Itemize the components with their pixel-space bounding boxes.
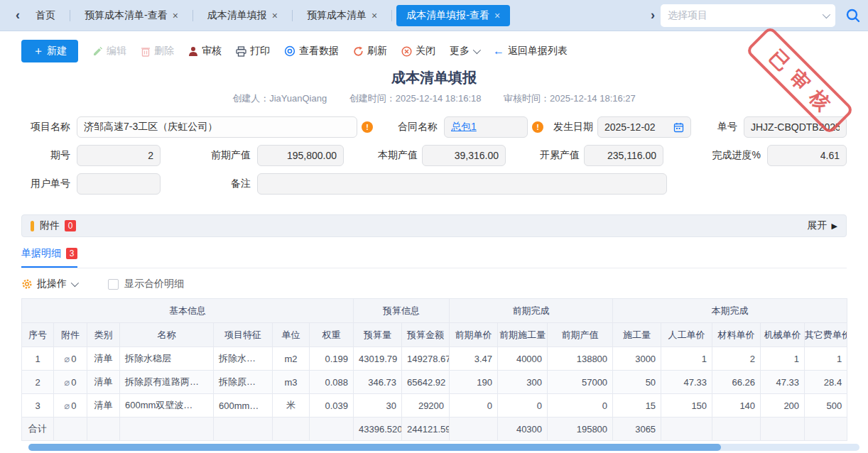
cell: 3065 [613, 417, 661, 441]
tab-close-icon[interactable]: × [371, 10, 377, 21]
project-select-placeholder: 选择项目 [668, 9, 707, 22]
toolbar: ＋新建 编辑 删除 审核 打印 查看数据 刷新 关闭 [21, 40, 847, 62]
cell: 138800 [548, 347, 613, 371]
table-row[interactable]: 1⌀0清单拆除水稳层拆除水…m20.19943019.79149278.673.… [22, 347, 847, 371]
show-total-detail-toggle[interactable]: 显示合价明细 [108, 278, 184, 290]
tab-detail[interactable]: 单据明细 3 [21, 247, 77, 268]
cell: 190 [450, 371, 498, 394]
edit-button[interactable]: 编辑 [92, 45, 126, 58]
doc-meta: 创建人：JiaYuanQiang 创建时间：2025-12-14 18:16:1… [0, 92, 868, 105]
attachment-panel[interactable]: 附件 0 展开 ▶ [21, 214, 847, 237]
horizontal-scrollbar[interactable] [28, 444, 859, 451]
cell: 300 [498, 371, 548, 394]
form-row-3: 用户单号 备注 [21, 173, 847, 195]
calendar-icon[interactable] [673, 122, 684, 133]
cell [120, 417, 214, 441]
contract-link[interactable]: 总包1 [451, 121, 477, 133]
cell [805, 417, 847, 441]
remark-input[interactable] [257, 173, 667, 195]
scrollbar-thumb[interactable] [28, 444, 721, 451]
tab-2[interactable]: 成本清单填报× [197, 5, 288, 26]
cell: 43019.79 [354, 347, 402, 371]
attachment-label: 附件 [40, 219, 60, 232]
doc-no-input[interactable]: JHJZ-CBQDTB2025 [744, 116, 847, 138]
cell: 140 [712, 394, 761, 417]
project-select[interactable]: 选择项目 [661, 4, 835, 27]
audit-button[interactable]: 审核 [188, 45, 222, 58]
tab-4[interactable]: 成本清单填报-查看× [396, 5, 510, 26]
table-row[interactable]: 3⌀0清单600mm双壁波…600mm…米0.03930292000001515… [22, 394, 847, 417]
batch-operation-button[interactable]: 批操作 [21, 278, 77, 290]
tab-close-icon[interactable]: × [272, 10, 278, 21]
cell: 65642.92 [402, 371, 450, 394]
tabs-scroll-left-icon[interactable]: ‹ [10, 8, 26, 23]
info-icon: ! [362, 121, 373, 133]
refresh-button[interactable]: 刷新 [353, 45, 387, 58]
prev-output-input[interactable]: 195,800.00 [257, 145, 344, 166]
cell: 149278.67 [402, 347, 450, 371]
tabs: 首页预算成本清单-查看×成本清单填报×预算成本清单×成本清单填报-查看× [26, 0, 510, 31]
batch-row: 批操作 显示合价明细 [21, 275, 847, 293]
expand-button[interactable]: 展开 ▶ [808, 219, 837, 232]
tabs-scroll-right-icon[interactable]: › [645, 8, 661, 23]
attachment-marker-icon [31, 221, 34, 231]
tab-separator [292, 10, 293, 21]
delete-button[interactable]: 删除 [141, 45, 174, 58]
accum-output-input[interactable]: 235,116.00 [584, 145, 663, 166]
cell: m3 [273, 371, 310, 394]
checkbox-icon[interactable] [108, 279, 119, 290]
field-label: 完成进度% [710, 149, 767, 162]
current-output-input[interactable]: 39,316.00 [422, 145, 506, 166]
print-button[interactable]: 打印 [236, 45, 270, 58]
cell: 30 [354, 394, 402, 417]
view-data-button[interactable]: 查看数据 [284, 45, 339, 58]
chevron-down-icon [823, 10, 830, 18]
field-doc-no: 单号 JHJZ-CBQDTB2025 [715, 116, 847, 138]
cell [273, 417, 310, 441]
detail-table-wrap: 基本信息预算信息前期完成本期完成序号附件类别名称项目特征单位权重预算量预算金额前… [21, 298, 847, 441]
cell [87, 417, 120, 441]
search-icon[interactable] [845, 8, 861, 23]
cell: 244121.590 [402, 417, 450, 441]
more-button[interactable]: 更多 [450, 45, 479, 58]
column-group: 预算信息 [354, 299, 450, 323]
back-to-list-button[interactable]: ← 返回单据列表 [493, 45, 568, 58]
period-no-input[interactable]: 2 [77, 145, 161, 166]
group-header-row: 基本信息预算信息前期完成本期完成 [22, 299, 847, 323]
cell: 拆除水稳层 [120, 347, 214, 371]
progress-input[interactable]: 4.61 [767, 145, 847, 166]
cell [712, 417, 761, 441]
tab-label: 预算成本清单-查看 [85, 9, 168, 22]
occur-date-input[interactable]: 2025-12-02 [597, 116, 691, 138]
user-doc-no-input[interactable] [77, 173, 161, 195]
field-remark: 备注 [195, 173, 667, 195]
close-circle-icon [401, 46, 412, 57]
page-title: 成本清单填报 [0, 68, 868, 87]
tab-1[interactable]: 预算成本清单-查看× [75, 5, 188, 26]
tab-0[interactable]: 首页 [26, 5, 65, 26]
trash-icon [141, 46, 151, 57]
paperclip-icon: ⌀ [64, 354, 70, 364]
table-row[interactable]: 2⌀0清单拆除原有道路两…拆除原…m30.088346.7365642.9219… [22, 371, 847, 394]
cell [450, 417, 498, 441]
field-current-output: 本期产值 39,316.00 [378, 145, 506, 166]
column-header: 权重 [310, 323, 354, 347]
tab-close-icon[interactable]: × [494, 10, 500, 21]
field-occur-date: 发生日期 2025-12-02 [553, 116, 691, 138]
column-header: 施工量 [613, 323, 661, 347]
contract-name-input[interactable]: 总包1 [444, 116, 528, 138]
eye-icon [284, 45, 295, 57]
cell [54, 417, 87, 441]
tab-close-icon[interactable]: × [173, 10, 178, 21]
column-header: 附件 [54, 323, 87, 347]
new-button[interactable]: ＋新建 [21, 40, 78, 62]
column-header: 人工单价 [661, 323, 712, 347]
tab-label: 成本清单填报-查看 [406, 9, 489, 22]
close-button[interactable]: 关闭 [401, 45, 435, 58]
chevron-down-icon [71, 279, 79, 287]
cell: 拆除原… [214, 371, 273, 394]
cell: 50 [613, 371, 661, 394]
tab-3[interactable]: 预算成本清单× [297, 5, 387, 26]
project-name-input[interactable]: 济邹高速7-3工区（庆虹公司） [77, 116, 357, 138]
cell: 3 [22, 394, 54, 417]
